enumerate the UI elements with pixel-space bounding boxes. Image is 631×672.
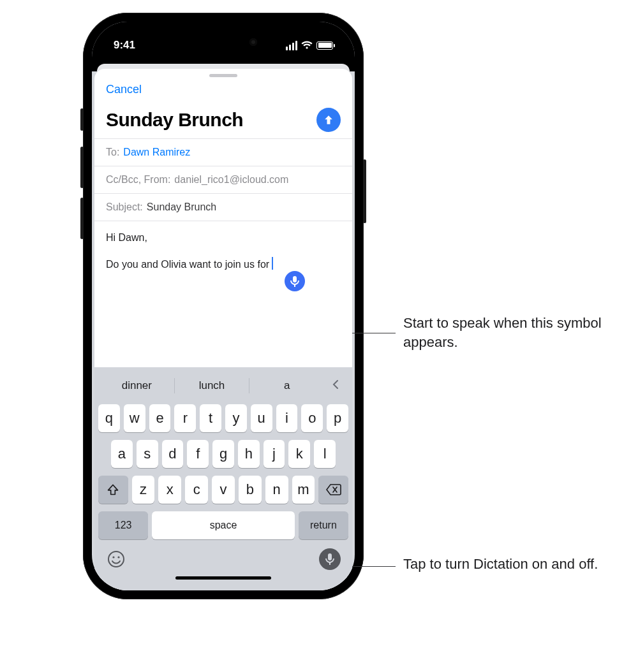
key-t[interactable]: t	[200, 404, 221, 432]
ccbcc-field[interactable]: Cc/Bcc, From: daniel_rico1@icloud.com	[94, 166, 352, 193]
key-x[interactable]: x	[158, 476, 181, 504]
svg-point-1	[112, 556, 114, 558]
body-line: Do you and Olivia want to join us for	[106, 259, 269, 270]
key-c[interactable]: c	[185, 476, 208, 504]
send-button[interactable]	[316, 108, 341, 132]
phone-frame: 9:41 Cancel Sunday Brunch	[83, 13, 364, 599]
key-f[interactable]: f	[187, 440, 209, 468]
subject-label: Subject:	[106, 201, 143, 213]
numbers-key[interactable]: 123	[98, 511, 148, 539]
backspace-key[interactable]	[318, 476, 348, 504]
battery-icon	[316, 41, 333, 50]
from-address: daniel_rico1@icloud.com	[174, 174, 288, 186]
home-indicator[interactable]	[175, 576, 271, 580]
key-n[interactable]: n	[265, 476, 288, 504]
suggestion[interactable]: a	[249, 379, 324, 392]
key-row-2: a s d f g h j k l	[94, 436, 352, 472]
suggestion[interactable]: dinner	[100, 379, 174, 392]
wifi-icon	[301, 41, 313, 50]
key-p[interactable]: p	[327, 404, 348, 432]
key-m[interactable]: m	[292, 476, 315, 504]
subject-value: Sunday Brunch	[147, 201, 216, 213]
key-row-1: q w e r t y u i o p	[94, 400, 352, 436]
svg-point-0	[108, 551, 124, 567]
callout-dictation-toggle: Tap to turn Dictation on and off.	[403, 555, 607, 574]
key-u[interactable]: u	[251, 404, 272, 432]
return-key[interactable]: return	[299, 511, 348, 539]
backspace-icon	[326, 484, 341, 495]
key-e[interactable]: e	[149, 404, 171, 432]
camera-dot	[249, 38, 257, 46]
volume-down-button	[80, 198, 84, 239]
key-j[interactable]: j	[264, 440, 285, 468]
chevron-left-icon	[332, 379, 339, 390]
key-l[interactable]: l	[314, 440, 336, 468]
compose-sheet: Cancel Sunday Brunch To: Dawn Ramirez Cc…	[94, 69, 352, 590]
shift-icon	[107, 483, 119, 496]
power-button	[363, 159, 366, 223]
dynamic-island	[182, 31, 265, 54]
text-cursor	[272, 257, 273, 270]
key-q[interactable]: q	[98, 404, 120, 432]
key-h[interactable]: h	[238, 440, 260, 468]
key-row-4: 123 space return	[94, 508, 352, 543]
key-k[interactable]: k	[288, 440, 310, 468]
key-row-3: z x c v b n m	[94, 472, 352, 508]
suggestion-bar: dinner lunch a	[94, 371, 352, 400]
compose-title: Sunday Brunch	[106, 109, 243, 131]
keyboard: dinner lunch a q w e r t	[94, 367, 352, 590]
key-g[interactable]: g	[212, 440, 234, 468]
microphone-icon	[290, 275, 299, 287]
emoji-button[interactable]	[106, 549, 126, 569]
cellular-icon	[286, 41, 297, 50]
home-indicator-area	[94, 573, 352, 590]
key-v[interactable]: v	[212, 476, 235, 504]
key-w[interactable]: w	[124, 404, 145, 432]
ccbcc-label: Cc/Bcc, From:	[106, 174, 170, 186]
suggestion-collapse[interactable]	[324, 379, 347, 393]
key-b[interactable]: b	[239, 476, 262, 504]
svg-point-2	[117, 556, 119, 558]
suggestion[interactable]: lunch	[175, 379, 249, 392]
dictation-indicator	[285, 271, 305, 291]
key-i[interactable]: i	[276, 404, 298, 432]
to-field[interactable]: To: Dawn Ramirez	[94, 138, 352, 166]
body-line: Hi Dawn,	[106, 230, 341, 245]
body-textarea[interactable]: Hi Dawn, Do you and Olivia want to join …	[94, 221, 352, 367]
dictation-button[interactable]	[319, 548, 341, 570]
arrow-up-icon	[322, 113, 335, 126]
microphone-icon	[325, 553, 334, 566]
key-d[interactable]: d	[162, 440, 184, 468]
volume-up-button	[80, 147, 84, 188]
key-r[interactable]: r	[174, 404, 196, 432]
emoji-icon	[107, 550, 125, 568]
callout-dictation-start: Start to speak when this symbol appears.	[403, 314, 607, 351]
to-recipient[interactable]: Dawn Ramirez	[123, 147, 190, 158]
key-y[interactable]: y	[225, 404, 247, 432]
shift-key[interactable]	[98, 476, 128, 504]
space-key[interactable]: space	[152, 511, 295, 539]
side-button	[80, 108, 84, 131]
status-time: 9:41	[114, 39, 135, 52]
key-z[interactable]: z	[132, 476, 155, 504]
subject-field[interactable]: Subject: Sunday Brunch	[94, 193, 352, 221]
screen: 9:41 Cancel Sunday Brunch	[92, 22, 355, 590]
to-label: To:	[106, 147, 119, 158]
key-a[interactable]: a	[111, 440, 133, 468]
cancel-button[interactable]: Cancel	[106, 83, 142, 96]
key-o[interactable]: o	[301, 404, 323, 432]
key-s[interactable]: s	[137, 440, 158, 468]
